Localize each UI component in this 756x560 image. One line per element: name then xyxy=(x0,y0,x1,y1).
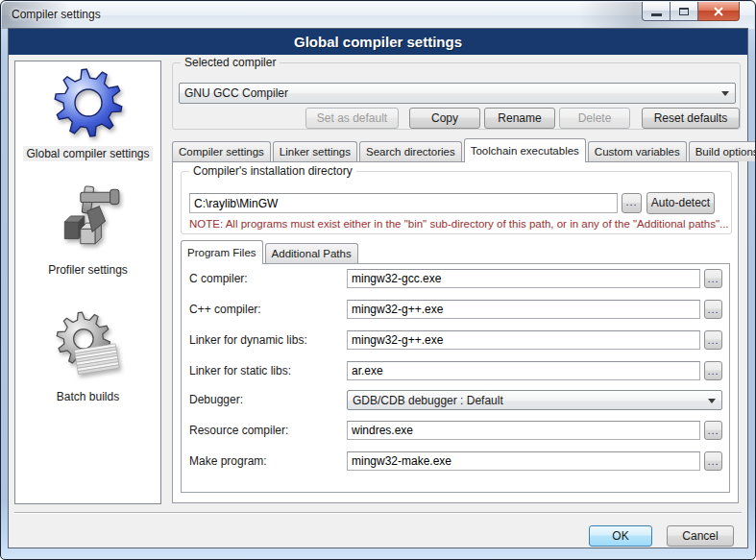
tab-build-options[interactable]: Build options xyxy=(689,141,756,161)
tab-linker-settings[interactable]: Linker settings xyxy=(273,141,357,161)
dialog-client-area: Global compiler settings Global compiler… xyxy=(9,29,747,548)
static-linker-label: Linker for static libs: xyxy=(189,360,291,381)
profiler-caliper-icon xyxy=(53,181,124,256)
install-dir-input[interactable] xyxy=(189,193,618,213)
window-title: Compiler settings xyxy=(12,2,101,28)
ok-button[interactable]: OK xyxy=(589,525,652,547)
debugger-select[interactable]: GDB/CDB debugger : Default xyxy=(347,390,722,410)
resource-compiler-label: Resource compiler: xyxy=(189,420,288,441)
program-files-tabstrip: Program Files Additional Paths xyxy=(181,240,358,264)
settings-category-list: Global compiler settings xyxy=(14,61,161,504)
compiler-settings-window: Compiler settings Global compiler settin… xyxy=(0,0,756,560)
program-files-panel: C compiler: ... C++ compiler: ... Linker… xyxy=(181,263,730,493)
toolchain-executables-panel: Compiler's installation directory ... Au… xyxy=(172,161,739,503)
install-dir-browse-button[interactable]: ... xyxy=(622,193,642,213)
resource-compiler-browse-button[interactable]: ... xyxy=(704,421,722,440)
compiler-tabstrip: Compiler settings Linker settings Search… xyxy=(172,138,756,162)
sidebar-item-label: Batch builds xyxy=(54,389,122,404)
compiler-select[interactable]: GNU GCC Compiler xyxy=(179,83,736,104)
cpp-compiler-input[interactable] xyxy=(347,300,700,319)
c-compiler-input[interactable] xyxy=(347,269,700,288)
tab-search-directories[interactable]: Search directories xyxy=(359,141,462,161)
set-as-default-button[interactable]: Set as default xyxy=(305,108,399,129)
sidebar-item-batch-builds[interactable]: Batch builds xyxy=(15,309,160,404)
c-compiler-browse-button[interactable]: ... xyxy=(704,269,722,288)
maximize-icon xyxy=(679,8,689,15)
tab-toolchain-executables[interactable]: Toolchain executables xyxy=(464,138,586,162)
chevron-down-icon xyxy=(708,399,716,407)
title-bar[interactable]: Compiler settings xyxy=(2,2,754,29)
installation-directory-legend: Compiler's installation directory xyxy=(189,164,356,178)
cancel-button[interactable]: Cancel xyxy=(667,525,734,547)
make-program-browse-button[interactable]: ... xyxy=(704,451,722,471)
make-program-input[interactable] xyxy=(347,451,700,471)
rename-button[interactable]: Rename xyxy=(484,108,555,129)
sidebar-item-label: Global compiler settings xyxy=(23,146,152,161)
static-linker-browse-button[interactable]: ... xyxy=(704,361,722,380)
reset-defaults-button[interactable]: Reset defaults xyxy=(642,108,740,129)
tab-custom-variables[interactable]: Custom variables xyxy=(588,141,687,161)
compiler-select-value: GNU GCC Compiler xyxy=(184,84,714,103)
sidebar-item-label: Profiler settings xyxy=(45,262,131,278)
tab-program-files[interactable]: Program Files xyxy=(181,240,263,264)
cpp-compiler-label: C++ compiler: xyxy=(189,299,261,320)
make-program-label: Make program: xyxy=(189,450,267,472)
footer-separator xyxy=(14,512,742,514)
installation-directory-group: Compiler's installation directory ... Au… xyxy=(181,171,732,234)
copy-button[interactable]: Copy xyxy=(409,108,480,129)
sidebar-item-global-compiler-settings[interactable]: Global compiler settings xyxy=(15,66,160,161)
window-controls xyxy=(642,2,740,21)
dynamic-linker-browse-button[interactable]: ... xyxy=(704,330,722,350)
tab-additional-paths[interactable]: Additional Paths xyxy=(265,243,358,263)
minimize-button[interactable] xyxy=(642,2,671,21)
close-icon xyxy=(713,7,724,16)
minimize-icon xyxy=(651,13,662,16)
page-title: Global compiler settings xyxy=(9,29,747,55)
close-button[interactable] xyxy=(698,2,740,21)
install-note-text: NOTE: All programs must exist either in … xyxy=(189,218,729,230)
resource-compiler-input[interactable] xyxy=(347,421,700,440)
blue-gear-icon xyxy=(53,66,124,139)
cpp-compiler-browse-button[interactable]: ... xyxy=(704,300,722,319)
batch-gear-papers-icon xyxy=(53,309,124,382)
tab-compiler-settings[interactable]: Compiler settings xyxy=(172,141,271,161)
static-linker-input[interactable] xyxy=(347,361,700,380)
c-compiler-label: C compiler: xyxy=(189,268,248,289)
debugger-select-value: GDB/CDB debugger : Default xyxy=(353,391,700,410)
debugger-label: Debugger: xyxy=(189,389,243,410)
delete-button[interactable]: Delete xyxy=(559,108,630,129)
chevron-down-icon xyxy=(721,91,729,100)
sidebar-item-profiler-settings[interactable]: Profiler settings xyxy=(15,181,160,278)
selected-compiler-group: Selected compiler GNU GCC Compiler Set a… xyxy=(172,62,741,130)
dynamic-linker-input[interactable] xyxy=(347,330,700,350)
maximize-button[interactable] xyxy=(671,2,698,21)
selected-compiler-legend: Selected compiler xyxy=(181,56,280,69)
autodetect-button[interactable]: Auto-detect xyxy=(646,192,715,214)
dynamic-linker-label: Linker for dynamic libs: xyxy=(189,329,307,351)
